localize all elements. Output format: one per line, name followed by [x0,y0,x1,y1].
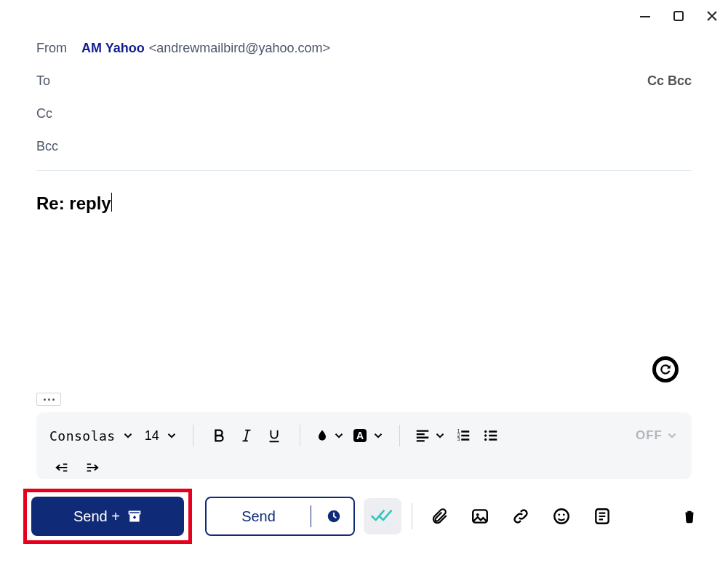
text-cursor [111,193,112,212]
cc-row[interactable]: Cc [36,97,692,130]
toolbar-separator [399,425,400,446]
from-account-name: AM Yahoo [81,41,145,56]
formatting-toolbar: Consolas 14 A 123 [36,412,692,479]
ellipsis-icon [44,398,46,401]
bullet-list-icon [483,428,499,444]
button-divider [311,505,311,527]
bold-button[interactable] [208,425,230,446]
from-row[interactable]: From AM Yahoo <andrewmailbird@yahoo.com> [36,32,692,65]
toolbar-separator [193,425,193,446]
italic-button[interactable] [236,425,257,446]
minimize-icon [639,10,651,22]
attachment-actions [428,505,613,527]
indent-icon [84,460,100,476]
archive-icon [127,509,142,524]
trimmed-content-toggle[interactable] [36,393,61,406]
send-and-archive-button[interactable]: Send + [31,497,184,536]
read-receipt-button[interactable] [364,498,401,534]
chevron-down-icon [665,429,679,442]
send-primary-label: Send + [73,508,120,525]
window-controls [635,6,722,26]
double-check-icon [370,507,395,526]
svg-point-15 [558,513,560,516]
chevron-down-icon[interactable] [121,429,135,442]
align-button[interactable] [415,428,447,444]
toolbar-separator [300,425,300,446]
insert-emoji-button[interactable] [551,505,572,527]
svg-point-8 [484,434,487,436]
attach-file-button[interactable] [428,505,450,527]
svg-point-14 [554,509,569,524]
bcc-label: Bcc [36,139,81,154]
to-label: To [36,73,81,89]
outdent-button[interactable] [49,457,74,478]
grammarly-button[interactable] [652,356,679,382]
highlight-color-button[interactable]: A [351,427,385,444]
underline-icon [266,428,282,444]
off-label-text: OFF [636,428,663,443]
close-icon [706,10,718,22]
chevron-down-icon [433,429,447,442]
compose-header: From AM Yahoo <andrewmailbird@yahoo.com>… [0,0,728,171]
bcc-row[interactable]: Bcc [36,130,692,163]
chevron-down-icon [372,429,385,442]
discard-button[interactable] [679,505,700,527]
svg-point-9 [484,438,487,441]
from-account-email: <andrewmailbird@yahoo.com> [149,41,330,56]
minimize-button[interactable] [635,6,655,26]
insert-template-button[interactable] [591,505,613,527]
align-left-icon [415,428,431,444]
send-secondary-label: Send [207,508,311,525]
chevron-down-icon[interactable] [165,429,178,442]
numbered-list-button[interactable]: 123 [452,425,474,446]
clock-icon [326,508,342,524]
action-separator [412,503,412,529]
subject-text: Re: reply [36,193,111,213]
indent-button[interactable] [80,457,105,478]
maximize-icon [673,10,684,22]
underline-button[interactable] [263,425,285,446]
numbered-list-icon: 123 [455,428,471,444]
outdent-icon [54,460,70,476]
svg-point-7 [484,430,487,433]
svg-point-16 [563,513,565,516]
svg-rect-1 [674,12,683,20]
to-row[interactable]: To Cc Bcc [36,65,692,97]
note-icon [593,507,612,526]
svg-point-13 [476,513,479,516]
svg-text:A: A [356,430,364,441]
grammarly-icon [659,363,672,376]
insert-image-button[interactable] [469,505,491,527]
svg-rect-0 [640,16,650,17]
subject-field[interactable]: Re: reply [0,171,148,214]
send-button[interactable]: Send [205,497,355,536]
italic-icon [239,428,255,444]
insert-link-button[interactable] [510,505,532,527]
cc-label: Cc [36,106,81,121]
message-body[interactable] [36,233,692,406]
emoji-icon [552,507,571,526]
formatting-off-toggle[interactable]: OFF [636,428,679,443]
cc-bcc-toggle[interactable]: Cc Bcc [647,73,692,89]
from-label: From [36,41,81,56]
trash-icon [681,508,697,525]
font-family-selector[interactable]: Consolas [49,428,116,444]
close-button[interactable] [702,6,722,26]
maximize-button[interactable] [668,6,689,26]
bullet-list-button[interactable] [480,425,502,446]
svg-text:3: 3 [457,436,460,441]
annotation-highlight: Send + [23,489,192,544]
font-size-selector[interactable]: 14 [145,428,159,444]
schedule-send-button[interactable] [321,508,346,524]
bold-icon [211,428,227,444]
text-highlight-icon: A [351,427,369,444]
image-icon [471,507,489,526]
link-icon [511,507,530,526]
paperclip-icon [430,507,449,526]
action-bar: Send + Send [23,487,705,545]
droplet-icon [315,428,329,443]
chevron-down-icon [332,429,345,442]
font-color-button[interactable] [315,428,345,443]
